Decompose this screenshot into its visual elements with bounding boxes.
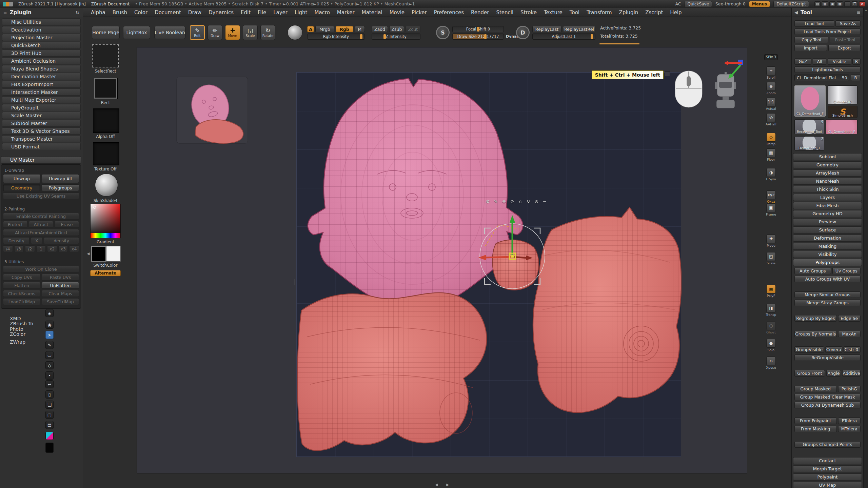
tool-thumb-simplebrush[interactable]: S SimpleBrush [828,106,857,118]
zplugin-item-polygroupit[interactable]: PolyGroupIt [2,104,81,111]
default-zscript-button[interactable]: DefaultZScript [773,1,809,7]
shelf-move[interactable]: ✚Move [764,235,778,247]
goz-r-button[interactable]: R [852,58,861,65]
menu-zscript[interactable]: Zscript [645,9,664,16]
shelf-qxyz[interactable]: xyzQxyz [764,190,778,203]
polygroups-regroup-by-edges-button[interactable]: Regroup By Edges [794,315,837,322]
polygroups-merge-stray-groups-button[interactable]: Merge Stray Groups [794,300,861,306]
goz-visible-button[interactable]: Visible [828,58,851,65]
zplugin-item-transpose-master[interactable]: Transpose Master [2,135,81,142]
uvmaster-enable-control-painting-button[interactable]: Enable Control Painting [3,213,79,220]
menu-tool[interactable]: Tool [569,9,580,16]
rotate-mode-button[interactable]: ↻ Rotate [260,25,275,40]
eye-icon[interactable]: ◉ [45,321,54,329]
gizmo-toolbar-icon-4[interactable]: ⌂ [517,198,524,205]
uvmaster-use-existing-uv-seams-button[interactable]: Use Existing UV Seams [3,192,79,199]
zplugin-item-3d-print-hub[interactable]: 3D Print Hub [2,49,81,57]
zplugin-item-fbx-exportimport[interactable]: FBX ExportImport [2,81,81,88]
m-button[interactable]: M [355,26,365,32]
shelf-aahalf[interactable]: ½AAHalf [764,113,778,126]
tool-thumb-recovered[interactable]: 9 Recovered_Tool [794,119,824,134]
menu-layer[interactable]: Layer [273,9,288,16]
quicksave-button[interactable]: QuickSave [685,1,712,7]
trash-icon[interactable]: ▯ [45,390,54,399]
shelf-spix-3[interactable]: SPix 3 [764,54,778,60]
draw-mode-button[interactable]: ✏ Draw [208,25,222,40]
z-intensity-handle[interactable] [383,34,386,39]
menu-preferences[interactable]: Preferences [433,9,465,16]
adjust-last-slider[interactable]: AdjustLast 1 [532,34,595,40]
restore-icon[interactable]: ❐ [852,1,858,7]
tool-section-surface[interactable]: Surface [793,226,862,233]
zplugin-item-projection-master[interactable]: Projection Master [2,34,81,41]
select-cursor-icon[interactable]: ➤ [45,331,54,339]
uv-island-lower[interactable] [297,293,487,451]
shelf-solo[interactable]: ●Solo [764,339,778,352]
polygroups-from-polypaint-button[interactable]: From Polypaint [794,418,837,424]
import-button[interactable]: Import [794,45,827,51]
rgb-intensity-slider[interactable]: Rgb Intensity [307,34,365,40]
shelf-ghost[interactable]: ○Ghost [764,321,778,334]
draw-size-slider[interactable]: Draw Size 212.17717 [452,34,504,40]
move-mode-button[interactable]: ✚ Move [225,25,240,40]
uvmaster-loadctrlmap-button[interactable]: LoadCtrlMap [3,298,40,305]
scroll-left-icon[interactable]: ◀ [435,483,438,487]
polygroups-uv-groups-button[interactable]: Uv Groups [832,268,861,274]
focal-shift-handle[interactable] [477,27,479,32]
copy-tool-button[interactable]: Copy Tool [794,37,828,43]
refresh-icon[interactable]: ↻ [76,10,79,15]
zplugin-item-decimation-master[interactable]: Decimation Master [2,73,81,80]
zplugin-item-usd-format[interactable]: USD Format [2,143,81,150]
tool-section-uv-map[interactable]: UV Map [793,482,862,488]
goz-button[interactable]: GoZ [794,58,811,65]
uvmaster-erase-button[interactable]: Erase [55,221,79,228]
color-swatch-black[interactable] [45,443,54,453]
menu-edit[interactable]: Edit [240,9,251,16]
tool-section-morph-target[interactable]: Morph Target [793,465,862,472]
menu-render[interactable]: Render [470,9,490,16]
menu-material[interactable]: Material [361,9,383,16]
panel-menu-icon[interactable]: ≡ [857,10,861,15]
polygroups-auto-groups-button[interactable]: Auto Groups [794,268,831,274]
current-material-orb[interactable] [288,25,302,40]
display-icon[interactable]: ▢ [45,411,54,419]
goz-all-button[interactable]: All [813,58,826,65]
uvmaster-protect-button[interactable]: Protect [3,221,27,228]
zplugin-item-deactivation[interactable]: Deactivation [2,26,81,33]
uvmaster-3-button[interactable]: /3 [14,245,24,252]
stroke-selectrect-widget[interactable] [92,44,119,67]
comment-icon[interactable]: ❏ [45,401,54,409]
zplugin-item-scale-master[interactable]: Scale Master [2,112,81,119]
uv-master-header[interactable]: UV Master [1,156,81,164]
zplugin-item-misc-utilities[interactable]: Misc Utilities [2,18,81,25]
paste-tool-button[interactable]: Paste Tool [830,37,861,43]
shelf-frame[interactable]: ▣Frame [764,203,778,216]
color-swatch-cyan-magenta[interactable] [45,432,54,440]
color-picker-widget[interactable] [90,204,121,238]
home-page-button[interactable]: Home Page [92,26,120,39]
menu-zplugin[interactable]: Zplugin [618,9,639,16]
uvmaster-unwrap-all-button[interactable]: Unwrap All [42,174,79,183]
minimize-icon[interactable]: ─ [844,1,850,7]
polygroups-group-as-dynamesh-sub-button[interactable]: Group As Dynamesh Sub [794,402,861,408]
replay-last-button[interactable]: ReplayLast [532,26,561,32]
collapse-icon[interactable]: ◀ [794,10,798,15]
zplugin-item-subtool-master[interactable]: SubTool Master [2,120,81,127]
lightbox-tools-button[interactable]: Lightbox►Tools [794,66,861,73]
uvmaster-x2-button[interactable]: x2 [47,245,57,252]
draw-size-handle[interactable] [484,34,487,39]
uvmaster-x3-button[interactable]: x3 [58,245,68,252]
menu-marker[interactable]: Marker [336,9,355,16]
shelf-scale[interactable]: ◱Scale [764,252,778,265]
uvmaster-polygroups-button[interactable]: Polygroups [42,184,79,191]
zplugin-item-intersection-masker[interactable]: Intersection Masker [2,88,81,96]
brush-rect-widget[interactable] [94,78,117,99]
menu-color[interactable]: Color [134,9,148,16]
axis-orientation-widget[interactable] [723,58,745,80]
tool-section-fibermesh[interactable]: FiberMesh [793,202,862,209]
tool-section-deformation[interactable]: Deformation [793,235,862,242]
current-tool-slider[interactable]: CL_DemoHead_Flat. 50 [794,75,849,81]
color-picker-hue-strip[interactable] [91,233,120,238]
uvmaster-2-button[interactable]: /2 [25,245,35,252]
uvmaster-geometry-button[interactable]: Geometry [3,184,40,191]
